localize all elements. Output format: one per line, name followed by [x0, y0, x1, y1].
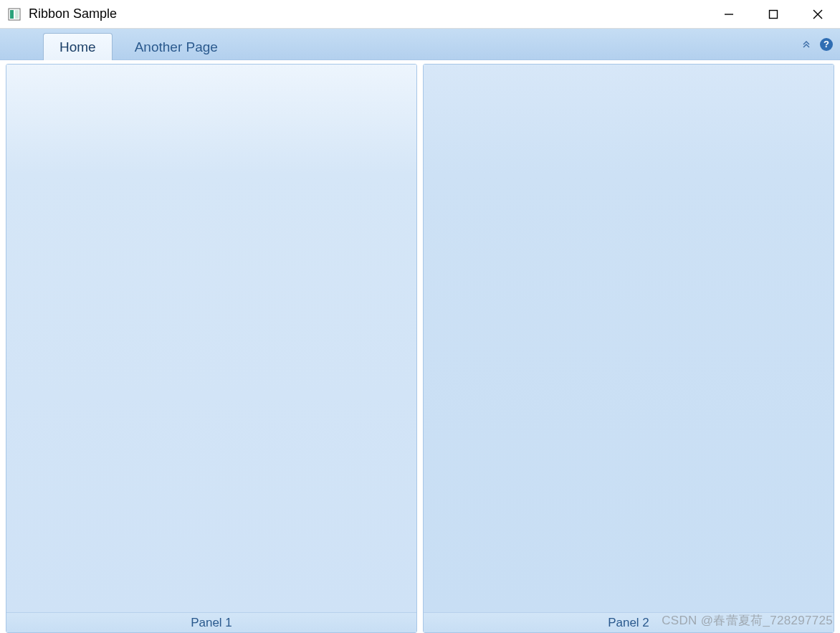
ribbon-right-controls: ?: [800, 38, 833, 51]
panel-1: Panel 1: [6, 64, 417, 633]
minimize-button[interactable]: [707, 0, 751, 28]
panel-2-caption: Panel 2: [424, 612, 834, 632]
ribbon-panels: Panel 1 Panel 2: [0, 60, 840, 633]
maximize-button[interactable]: [751, 0, 796, 28]
titlebar: Ribbon Sample: [0, 0, 840, 29]
tab-another-page[interactable]: Another Page: [118, 33, 234, 60]
window-controls: [707, 0, 840, 28]
panel-2-body: [424, 65, 834, 612]
tab-home[interactable]: Home: [43, 33, 113, 60]
window-root: Ribbon Sample Home Another Page: [0, 0, 840, 633]
window-title: Ribbon Sample: [29, 6, 117, 22]
panel-1-caption: Panel 1: [6, 612, 416, 632]
svg-rect-2: [15, 10, 19, 19]
panel-2: Panel 2: [423, 64, 834, 633]
ribbon-tab-strip: Home Another Page ?: [0, 29, 840, 60]
close-button[interactable]: [796, 0, 840, 28]
app-icon: [7, 7, 22, 22]
collapse-ribbon-button[interactable]: [800, 38, 813, 51]
svg-rect-4: [770, 10, 778, 18]
panel-1-body: [6, 65, 416, 612]
help-button[interactable]: ?: [820, 38, 833, 51]
svg-rect-1: [10, 10, 14, 19]
